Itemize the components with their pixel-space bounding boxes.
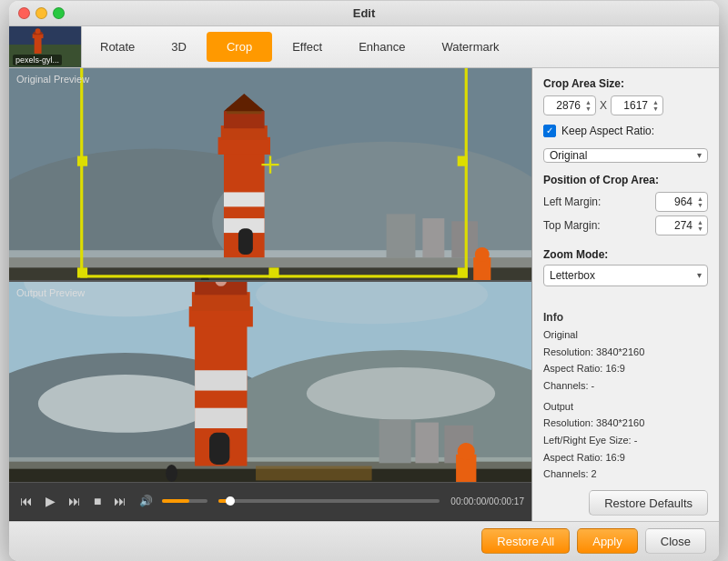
tab-crop[interactable]: Crop bbox=[207, 32, 272, 62]
crop-height-spinner[interactable]: ▲ ▼ bbox=[648, 99, 659, 112]
left-margin-spinner[interactable]: ▲ ▼ bbox=[693, 195, 703, 208]
svg-point-45 bbox=[38, 375, 212, 433]
svg-point-65 bbox=[458, 442, 475, 459]
tab-effect[interactable]: Effect bbox=[274, 26, 340, 67]
volume-slider[interactable] bbox=[162, 499, 207, 503]
spin-up-icon[interactable]: ▲ bbox=[648, 99, 659, 105]
thumbnail-label: pexels-gyl... bbox=[13, 55, 62, 65]
keep-aspect-ratio-row: ✓ Keep Aspect Ratio: bbox=[543, 125, 708, 137]
toolbar-tabs: Rotate 3D Crop Effect Enhance Watermark bbox=[82, 26, 719, 67]
apply-button[interactable]: Apply bbox=[577, 528, 638, 554]
svg-rect-66 bbox=[256, 466, 372, 480]
svg-rect-36 bbox=[458, 155, 468, 165]
zoom-mode-select[interactable]: Letterbox ▾ bbox=[543, 265, 708, 286]
svg-rect-35 bbox=[77, 155, 87, 165]
info-label: Info bbox=[543, 308, 708, 326]
tab-enhance[interactable]: Enhance bbox=[340, 26, 423, 67]
progress-bar[interactable] bbox=[218, 499, 440, 503]
keep-aspect-ratio-label: Keep Aspect Ratio: bbox=[561, 125, 654, 137]
restore-defaults-button[interactable]: Restore Defaults bbox=[589, 490, 708, 516]
spin-up-icon[interactable]: ▲ bbox=[581, 99, 592, 105]
step-forward-button[interactable]: ⏭ bbox=[65, 492, 85, 510]
crop-width-input[interactable]: 2876 ▲ ▼ bbox=[543, 95, 596, 115]
original-preview-section: Original Preview bbox=[9, 68, 531, 282]
position-label: Position of Crop Area: bbox=[543, 174, 708, 186]
svg-point-27 bbox=[475, 247, 490, 262]
left-panel: Original Preview bbox=[9, 68, 532, 521]
output-preview-section: Output Preview bbox=[9, 282, 531, 482]
svg-rect-31 bbox=[77, 267, 87, 277]
svg-rect-61 bbox=[209, 432, 229, 464]
window-title: Edit bbox=[353, 6, 376, 20]
right-panel: Crop Area Size: 2876 ▲ ▼ X 1617 ▲ bbox=[532, 68, 719, 521]
main-window: Edit pexels-gyl... Rotate 3D Crop Effect… bbox=[9, 1, 719, 561]
chevron-down-icon: ▾ bbox=[697, 150, 702, 160]
original-preview-label: Original Preview bbox=[16, 74, 89, 85]
left-margin-label: Left Margin: bbox=[543, 195, 621, 208]
tab-3d[interactable]: 3D bbox=[153, 26, 205, 67]
svg-rect-24 bbox=[238, 228, 253, 255]
zoom-mode-section: Zoom Mode: Letterbox ▾ bbox=[543, 248, 708, 286]
svg-rect-14 bbox=[422, 218, 444, 257]
play-button[interactable]: ▶ bbox=[42, 492, 59, 510]
close-button[interactable] bbox=[18, 7, 30, 19]
x-separator: X bbox=[600, 99, 607, 112]
svg-rect-50 bbox=[379, 419, 411, 463]
toolbar: pexels-gyl... Rotate 3D Crop Effect Enha… bbox=[9, 26, 719, 68]
restore-defaults-row: Restore Defaults bbox=[543, 490, 708, 516]
info-original-label: Original bbox=[543, 326, 708, 344]
tab-watermark[interactable]: Watermark bbox=[423, 26, 517, 67]
crop-area-size-section: Crop Area Size: 2876 ▲ ▼ X 1617 ▲ bbox=[543, 77, 708, 115]
checkbox-check-icon: ✓ bbox=[546, 125, 553, 135]
skip-start-button[interactable]: ⏮ bbox=[16, 492, 36, 510]
skip-end-button[interactable]: ⏭ bbox=[110, 492, 130, 510]
svg-point-46 bbox=[307, 367, 495, 419]
spin-up-icon[interactable]: ▲ bbox=[693, 195, 703, 202]
spin-up-icon[interactable]: ▲ bbox=[693, 219, 703, 225]
crop-height-input[interactable]: 1617 ▲ ▼ bbox=[611, 95, 663, 115]
svg-rect-60 bbox=[195, 407, 247, 427]
content-area: Original Preview bbox=[9, 68, 719, 521]
keep-aspect-ratio-checkbox[interactable]: ✓ bbox=[543, 125, 556, 137]
stop-button[interactable]: ■ bbox=[90, 492, 105, 510]
svg-point-5 bbox=[35, 28, 41, 34]
zoom-mode-label: Zoom Mode: bbox=[543, 248, 708, 261]
spin-down-icon[interactable]: ▼ bbox=[648, 105, 659, 112]
svg-rect-59 bbox=[195, 370, 247, 390]
top-margin-input[interactable]: 274 ▲ ▼ bbox=[655, 215, 708, 235]
maximize-button[interactable] bbox=[53, 7, 65, 19]
info-original-channels: Channels: - bbox=[543, 377, 708, 395]
top-margin-spinner[interactable]: ▲ ▼ bbox=[693, 219, 703, 232]
restore-all-button[interactable]: Restore All bbox=[481, 528, 570, 554]
left-margin-input[interactable]: 964 ▲ ▼ bbox=[655, 192, 708, 212]
tab-rotate[interactable]: Rotate bbox=[82, 26, 153, 67]
spin-down-icon[interactable]: ▼ bbox=[693, 202, 703, 208]
volume-icon[interactable]: 🔊 bbox=[136, 493, 157, 509]
original-preview-image bbox=[9, 68, 531, 280]
minimize-button[interactable] bbox=[35, 7, 47, 19]
crop-width-spinner[interactable]: ▲ ▼ bbox=[581, 99, 592, 112]
position-section: Position of Crop Area: Left Margin: 964 … bbox=[543, 174, 708, 237]
titlebar: Edit bbox=[9, 1, 719, 26]
thumbnail: pexels-gyl... bbox=[9, 26, 82, 67]
footer: Restore All Apply Close bbox=[9, 521, 719, 561]
svg-rect-32 bbox=[458, 267, 468, 277]
aspect-ratio-select[interactable]: Original ▾ bbox=[543, 148, 708, 163]
close-button[interactable]: Close bbox=[645, 528, 706, 554]
chevron-down-icon: ▾ bbox=[697, 270, 702, 280]
info-output-aspect: Aspect Ratio: 16:9 bbox=[543, 449, 708, 466]
titlebar-buttons bbox=[18, 7, 65, 19]
info-original-aspect: Aspect Ratio: 16:9 bbox=[543, 360, 708, 377]
info-section: Info Original Resolution: 3840*2160 Aspe… bbox=[543, 308, 708, 484]
svg-rect-34 bbox=[268, 267, 278, 277]
spin-down-icon[interactable]: ▼ bbox=[581, 105, 592, 112]
svg-point-63 bbox=[166, 464, 177, 481]
time-display: 00:00:00/00:00:17 bbox=[450, 496, 524, 506]
playback-bar: ⏮ ▶ ⏭ ■ ⏭ 🔊 bbox=[9, 482, 531, 520]
info-original-resolution: Resolution: 3840*2160 bbox=[543, 344, 708, 361]
svg-rect-13 bbox=[387, 214, 416, 257]
top-margin-label: Top Margin: bbox=[543, 219, 621, 232]
spin-down-icon[interactable]: ▼ bbox=[693, 225, 703, 232]
output-preview-image bbox=[9, 282, 531, 482]
svg-rect-22 bbox=[224, 192, 265, 206]
